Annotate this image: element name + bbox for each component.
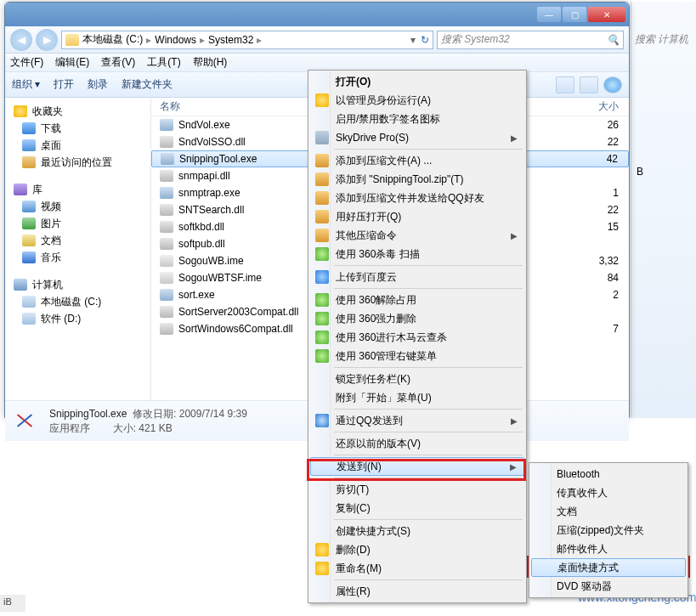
ctx-sendto[interactable]: 发送到(N)▶ — [310, 457, 524, 476]
sidebar-favorites[interactable]: 收藏夹 — [5, 103, 150, 120]
exe-icon — [161, 153, 174, 165]
secondary-search-placeholder[interactable]: 搜索 计算机 — [631, 2, 696, 47]
crumb-sep-icon: ▸ — [146, 34, 151, 46]
sidebar-pictures[interactable]: 图片 — [5, 215, 150, 232]
sidebar-downloads[interactable]: 下载 — [5, 120, 150, 137]
picture-icon — [22, 218, 36, 229]
sidebar-music[interactable]: 音乐 — [5, 249, 150, 266]
sendto-zip[interactable]: 压缩(zipped)文件夹 — [531, 521, 686, 540]
sidebar-disk-d[interactable]: 软件 (D:) — [5, 310, 150, 327]
maximize-button[interactable]: ▢ — [563, 7, 586, 22]
file-name: SndVolSSO.dll — [178, 136, 246, 148]
toolbar-newfolder[interactable]: 新建文件夹 — [122, 77, 173, 92]
ctx-restore[interactable]: 还原以前的版本(V) — [310, 434, 524, 453]
menu-file[interactable]: 文件(F) — [10, 55, 43, 70]
view-options-button[interactable] — [556, 76, 574, 93]
ctx-properties[interactable]: 属性(R) — [310, 582, 524, 601]
ctx-unlock360[interactable]: 使用 360解除占用 — [310, 291, 524, 309]
ctx-trojan360[interactable]: 使用 360进行木马云查杀 — [310, 328, 524, 347]
crumb-system32[interactable]: System32 — [208, 34, 253, 46]
ctx-digisig[interactable]: 启用/禁用数字签名图标 — [310, 110, 524, 128]
ctx-menu360[interactable]: 使用 360管理右键菜单 — [310, 347, 524, 365]
music-icon — [22, 251, 36, 263]
help-button[interactable] — [603, 76, 622, 93]
search-icon[interactable]: 🔍 — [607, 34, 620, 46]
ctx-scan360[interactable]: 使用 360杀毒 扫描 — [310, 245, 524, 263]
ctx-rename[interactable]: 重命名(M) — [310, 559, 524, 578]
sidebar-computer[interactable]: 计算机 — [5, 276, 150, 293]
crumb-sep-icon: ▸ — [200, 34, 205, 46]
menu-help[interactable]: 帮助(H) — [193, 55, 228, 70]
ctx-cut[interactable]: 剪切(T) — [310, 480, 524, 499]
disk-icon — [22, 296, 36, 308]
file-name: snmptrap.exe — [178, 187, 240, 199]
status-filename: SnippingTool.exe — [49, 408, 127, 420]
sendto-desktop-shortcut[interactable]: 桌面快捷方式 — [531, 558, 686, 577]
360-icon — [315, 331, 329, 344]
360-icon — [315, 293, 329, 307]
ctx-zipsendqq[interactable]: 添加到压缩文件并发送给QQ好友 — [310, 189, 524, 207]
sendto-dvd[interactable]: DVD 驱动器 — [531, 577, 686, 596]
refresh-icon[interactable]: ↻ — [421, 34, 429, 46]
file-name: softpub.dll — [178, 238, 225, 250]
file-size: 26 — [578, 119, 629, 131]
shield-icon — [315, 562, 329, 575]
chevron-right-icon: ▶ — [510, 462, 517, 472]
ctx-open[interactable]: 打开(O) — [310, 72, 524, 91]
sendto-documents[interactable]: 文档 — [531, 502, 686, 521]
menu-view[interactable]: 查看(V) — [101, 55, 135, 70]
preview-pane-button[interactable] — [580, 76, 598, 93]
crumb-windows[interactable]: Windows — [155, 34, 196, 46]
sendto-mail[interactable]: 邮件收件人 — [531, 540, 686, 558]
toolbar-organize[interactable]: 组织 ▾ — [12, 77, 40, 92]
shield-icon — [315, 543, 329, 557]
360-icon — [315, 312, 329, 325]
dll-icon — [160, 136, 173, 148]
ctx-skydrive[interactable]: SkyDrive Pro(S)▶ — [310, 128, 524, 147]
file-name: SNTSearch.dll — [178, 204, 244, 216]
ctx-addzip[interactable]: 添加到压缩文件(A) ... — [310, 151, 524, 170]
ctx-openzip[interactable]: 用好压打开(Q) — [310, 207, 524, 226]
sidebar-recent[interactable]: 最近访问的位置 — [5, 154, 150, 171]
sidebar-videos[interactable]: 视频 — [5, 198, 150, 215]
sidebar-disk-c[interactable]: 本地磁盘 (C:) — [5, 293, 150, 310]
sidebar: 收藏夹 下载 桌面 最近访问的位置 库 视频 图片 文档 音乐 计算机 本地磁盘… — [5, 98, 151, 400]
minimize-button[interactable]: — — [537, 7, 561, 22]
menu-edit[interactable]: 编辑(E) — [55, 55, 89, 70]
sendto-fax[interactable]: 传真收件人 — [531, 483, 686, 502]
ctx-addzipname[interactable]: 添加到 "SnippingTool.zip"(T) — [310, 170, 524, 189]
back-button[interactable]: ◀ — [10, 29, 32, 51]
ctx-copy[interactable]: 复制(C) — [310, 499, 524, 517]
sendto-bluetooth[interactable]: Bluetooth — [531, 465, 686, 483]
file-name: SortWindows6Compat.dll — [178, 323, 293, 335]
toolbar-open[interactable]: 打开 — [54, 77, 74, 92]
sidebar-documents[interactable]: 文档 — [5, 232, 150, 249]
search-input[interactable]: 搜索 System32 🔍 — [437, 31, 624, 49]
toolbar-burn[interactable]: 刻录 — [88, 77, 108, 92]
file-size: 22 — [578, 136, 629, 148]
file-size: 2 — [578, 289, 629, 301]
address-bar[interactable]: 本地磁盘 (C:) ▸ Windows ▸ System32 ▸ ▾ ↻ — [61, 31, 433, 49]
titlebar[interactable]: — ▢ ✕ — [5, 3, 629, 26]
ctx-qqsend[interactable]: 通过QQ发送到▶ — [310, 411, 524, 430]
ctx-shortcut[interactable]: 创建快捷方式(S) — [310, 522, 524, 540]
col-size[interactable]: 大小 — [578, 99, 629, 114]
col-name[interactable]: 名称 — [160, 99, 330, 114]
ctx-otherzip[interactable]: 其他压缩命令▶ — [310, 226, 524, 245]
sidebar-libraries[interactable]: 库 — [5, 181, 150, 198]
forward-button[interactable]: ▶ — [36, 29, 58, 51]
ctx-runas[interactable]: 以管理员身份运行(A) — [310, 91, 524, 110]
ctx-baidu[interactable]: 上传到百度云 — [310, 268, 524, 286]
ctx-delete[interactable]: 删除(D) — [310, 540, 524, 559]
file-name: softkbd.dll — [178, 221, 224, 233]
ime-icon — [160, 272, 173, 284]
sidebar-desktop[interactable]: 桌面 — [5, 137, 150, 154]
ctx-del360[interactable]: 使用 360强力删除 — [310, 309, 524, 328]
ctx-pin-taskbar[interactable]: 锁定到任务栏(K) — [310, 370, 524, 388]
dropdown-icon[interactable]: ▾ — [410, 34, 416, 46]
menu-tools[interactable]: 工具(T) — [147, 55, 180, 70]
ctx-pin-start[interactable]: 附到「开始」菜单(U) — [310, 388, 524, 407]
crumb-disk[interactable]: 本地磁盘 (C:) — [82, 32, 143, 47]
close-button[interactable]: ✕ — [588, 7, 625, 22]
360-icon — [315, 349, 329, 363]
